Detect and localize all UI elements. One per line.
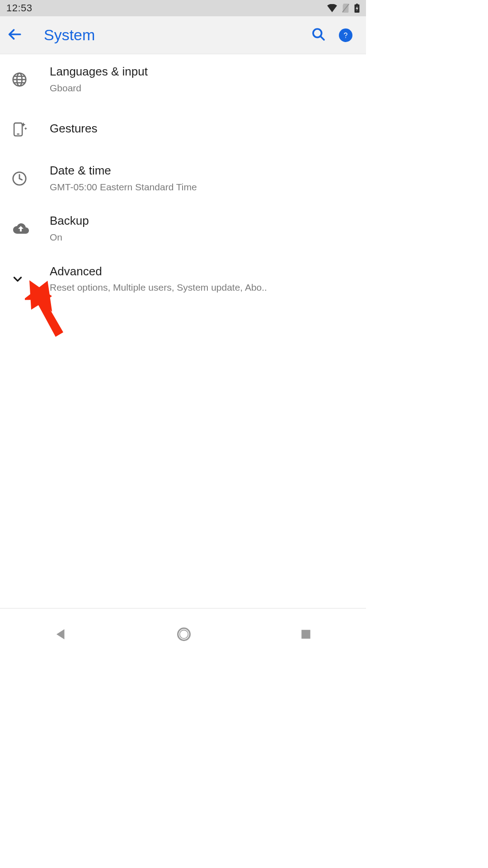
status-icons (327, 4, 360, 13)
svg-point-16 (180, 630, 188, 639)
clock-icon (6, 171, 50, 186)
list-item-title: Gestures (50, 121, 360, 137)
nav-back-button[interactable] (54, 627, 68, 643)
help-icon (339, 28, 352, 42)
svg-marker-14 (56, 629, 65, 640)
help-button[interactable] (332, 28, 359, 42)
square-recents-icon (300, 634, 312, 642)
battery-charging-icon (354, 4, 360, 13)
gestures-icon (6, 121, 50, 137)
divider (0, 608, 366, 609)
list-item-gestures[interactable]: Gestures (0, 104, 366, 153)
svg-rect-17 (301, 630, 310, 639)
list-item-title: Languages & input (50, 64, 360, 80)
navigation-bar (0, 619, 366, 651)
list-item-title: Backup (50, 213, 360, 229)
back-button[interactable] (7, 27, 34, 44)
circle-home-icon (177, 635, 191, 643)
search-button[interactable] (305, 27, 332, 43)
globe-icon (6, 72, 50, 87)
page-title: System (34, 26, 305, 44)
list-item-advanced[interactable]: Advanced Reset options, Multiple users, … (0, 254, 366, 304)
app-bar: System (0, 16, 366, 54)
triangle-back-icon (54, 635, 68, 642)
list-item-subtitle: GMT-05:00 Eastern Standard Time (50, 180, 360, 193)
status-time: 12:53 (6, 2, 33, 14)
sim-disabled-icon (342, 4, 350, 13)
nav-home-button[interactable] (177, 627, 191, 643)
list-item-backup[interactable]: Backup On (0, 203, 366, 254)
nav-recents-button[interactable] (300, 628, 312, 642)
arrow-back-icon (7, 27, 22, 44)
list-item-title: Advanced (50, 264, 360, 279)
cloud-upload-icon (6, 222, 50, 236)
list-item-subtitle: Reset options, Multiple users, System up… (50, 281, 360, 294)
chevron-down-icon (6, 273, 50, 285)
list-item-subtitle: Gboard (50, 81, 360, 94)
svg-line-5 (320, 36, 324, 40)
search-icon (311, 27, 326, 43)
wifi-icon (327, 4, 337, 12)
list-item-subtitle: On (50, 231, 360, 244)
list-item-title: Date & time (50, 163, 360, 179)
svg-rect-2 (356, 4, 358, 5)
settings-list: Languages & input Gboard Gestures Date &… (0, 54, 366, 304)
list-item-date-time[interactable]: Date & time GMT-05:00 Eastern Standard T… (0, 153, 366, 203)
status-bar: 12:53 (0, 0, 366, 16)
list-item-languages-input[interactable]: Languages & input Gboard (0, 54, 366, 104)
